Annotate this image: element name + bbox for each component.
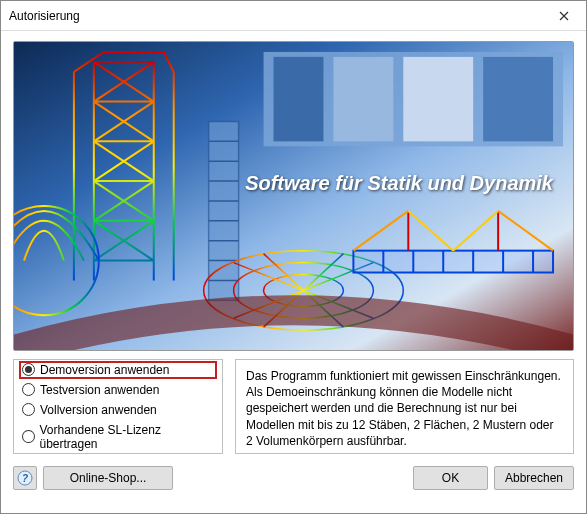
- radio-sl-lizenz[interactable]: Vorhandene SL-Lizenz übertragen: [20, 422, 216, 452]
- radio-label: Vorhandene SL-Lizenz übertragen: [40, 423, 215, 451]
- radio-testversion[interactable]: Testversion anwenden: [20, 382, 216, 398]
- banner-image: Software für Statik und Dynamik: [13, 41, 574, 351]
- footer: ? Online-Shop... OK Abbrechen: [13, 462, 574, 490]
- banner-slogan: Software für Statik und Dynamik: [245, 172, 553, 195]
- radio-label: Vollversion anwenden: [40, 403, 157, 417]
- window-title: Autorisierung: [9, 9, 80, 23]
- close-button[interactable]: [541, 1, 586, 30]
- options-row: Demoversion anwenden Testversion anwende…: [13, 359, 574, 454]
- svg-rect-5: [483, 57, 553, 141]
- help-icon: ?: [17, 470, 33, 486]
- svg-rect-3: [333, 57, 393, 141]
- svg-text:?: ?: [22, 473, 28, 484]
- radio-label: Demoversion anwenden: [40, 363, 169, 377]
- radio-icon: [22, 430, 35, 443]
- dialog-window: Autorisierung: [0, 0, 587, 514]
- help-button[interactable]: ?: [13, 466, 37, 490]
- svg-rect-4: [403, 57, 473, 141]
- radio-vollversion[interactable]: Vollversion anwenden: [20, 402, 216, 418]
- radio-icon: [22, 363, 35, 376]
- description-box: Das Programm funktioniert mit gewissen E…: [235, 359, 574, 454]
- svg-rect-2: [274, 57, 324, 141]
- ok-button[interactable]: OK: [413, 466, 488, 490]
- online-shop-button[interactable]: Online-Shop...: [43, 466, 173, 490]
- radio-icon: [22, 383, 35, 396]
- close-icon: [559, 11, 569, 21]
- titlebar: Autorisierung: [1, 1, 586, 31]
- version-options-group: Demoversion anwenden Testversion anwende…: [13, 359, 223, 454]
- radio-label: Testversion anwenden: [40, 383, 159, 397]
- radio-demoversion[interactable]: Demoversion anwenden: [20, 362, 216, 378]
- dialog-content: Software für Statik und Dynamik Demovers…: [1, 31, 586, 513]
- radio-icon: [22, 403, 35, 416]
- cancel-button[interactable]: Abbrechen: [494, 466, 574, 490]
